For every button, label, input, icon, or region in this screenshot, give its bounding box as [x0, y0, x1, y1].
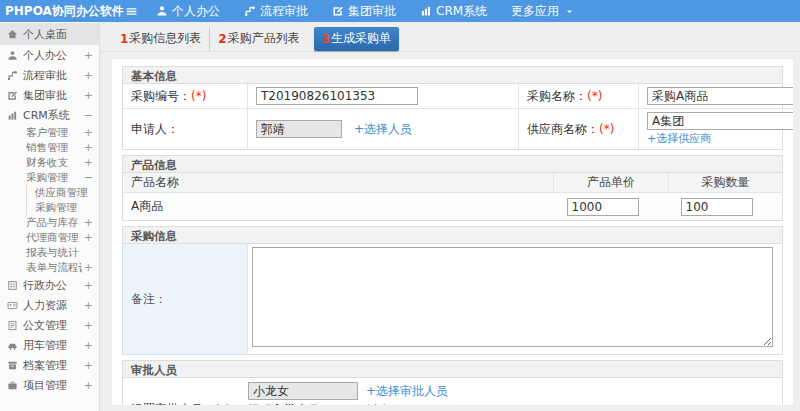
purchase-no-label: 采购编号： (*)	[123, 84, 248, 109]
set-approver-label: 设置审批人员： (*)	[123, 378, 248, 405]
sidebar-item-vehicle-mgmt[interactable]: 用车管理 +	[0, 335, 99, 355]
sidebar-item-hr[interactable]: 人力资源 +	[0, 295, 99, 315]
section-title: 产品信息	[123, 156, 782, 173]
sidebar-item-purchase-mgmt[interactable]: 采购管理 −	[0, 170, 99, 185]
car-icon	[7, 340, 23, 351]
flow-icon	[244, 5, 256, 17]
edit-icon	[7, 90, 23, 101]
section-purchase-info: 采购信息 备注：	[122, 226, 783, 355]
section-approval: 审批人员 设置审批人员： (*) +选择审批人员 提醒审批人员：	[122, 360, 783, 405]
sidebar-item-document-mgmt[interactable]: 公文管理 +	[0, 315, 99, 335]
sidebar: 个人桌面 个人办公 + 流程审批 + 集团审批 + CRM系统 − 客户管理 +	[0, 22, 100, 411]
purchase-no-cell	[248, 84, 519, 109]
nav-crm-system[interactable]: CRM系统	[408, 0, 499, 22]
col-product-name: 产品名称	[123, 173, 554, 193]
main-content: 1 采购信息列表 2 采购产品列表 3 生成采购单 基本信息 采购编号： (*)	[100, 22, 800, 411]
sidebar-item-customer-mgmt[interactable]: 客户管理 +	[0, 125, 99, 140]
sidebar-item-admin-office[interactable]: 行政办公 +	[0, 275, 99, 295]
tab-purchase-info-list[interactable]: 1 采购信息列表	[112, 27, 210, 51]
id-card-icon	[7, 300, 23, 311]
remark-cell	[248, 244, 782, 354]
required-mark: (*)	[599, 122, 614, 136]
sidebar-item-personal-office[interactable]: 个人办公 +	[0, 45, 99, 65]
building-icon	[7, 280, 23, 291]
select-person-link[interactable]: +选择人员	[354, 121, 412, 138]
purchase-name-label: 采购名称： (*)	[519, 84, 639, 109]
section-product-info: 产品信息 产品名称 产品单价 采购数量 A商品	[122, 155, 783, 221]
approval-cell: +选择审批人员 提醒审批人员： 短消息提示 注：流程第一步审批人员，这里选择你的…	[248, 378, 782, 405]
sidebar-item-archive-mgmt[interactable]: 档案管理 +	[0, 355, 99, 375]
applicant-cell: +选择人员	[248, 109, 519, 149]
product-price-cell	[554, 193, 669, 220]
supplier-label: 供应商名称： (*)	[519, 109, 639, 149]
archive-icon	[7, 360, 23, 371]
sidebar-item-finance[interactable]: 财务收支 +	[0, 155, 99, 170]
chart-icon	[420, 5, 432, 17]
flow-icon	[7, 70, 23, 81]
sidebar-item-product-inventory[interactable]: 产品与库存 +	[0, 215, 99, 230]
form-panel: 基本信息 采购编号： (*) 采购名称： (*)	[112, 59, 793, 405]
purchase-qty-cell	[669, 193, 782, 220]
sms-remind-label: 短消息提示	[355, 402, 415, 405]
nav-more-apps[interactable]: 更多应用	[499, 0, 586, 22]
purchase-name-cell	[639, 84, 793, 109]
top-bar: PHPOA协同办公软件 个人办公 流程审批 集团审批 CRM系统 更多应用	[0, 0, 800, 22]
select-supplier-link[interactable]: +选择供应商	[647, 131, 793, 146]
sidebar-item-reports[interactable]: 报表与统计	[0, 245, 99, 260]
home-icon	[7, 29, 23, 40]
col-product-price: 产品单价	[554, 173, 669, 193]
top-nav: 个人办公 流程审批 集团审批 CRM系统 更多应用	[144, 0, 586, 22]
edit-icon	[332, 5, 344, 17]
section-basic-info: 基本信息 采购编号： (*) 采购名称： (*)	[122, 66, 783, 150]
tab-strip: 1 采购信息列表 2 采购产品列表 3 生成采购单	[100, 22, 800, 52]
person-icon	[7, 50, 23, 61]
applicant-input[interactable]	[256, 120, 342, 138]
briefcase-icon	[7, 380, 23, 391]
product-price-input[interactable]	[567, 198, 639, 216]
sidebar-item-personal-desktop[interactable]: 个人桌面	[0, 23, 99, 45]
person-icon	[156, 5, 168, 17]
tab-purchase-product-list[interactable]: 2 采购产品列表	[210, 27, 307, 51]
menu-toggle-icon[interactable]	[118, 5, 144, 18]
remark-label: 备注：	[123, 244, 248, 354]
remind-approver-label: 提醒审批人员：	[248, 402, 332, 405]
required-mark: (*)	[587, 89, 602, 103]
document-icon	[7, 320, 23, 331]
section-title: 审批人员	[123, 361, 782, 378]
sidebar-item-sales-mgmt[interactable]: 销售管理 +	[0, 140, 99, 155]
purchase-no-input[interactable]	[256, 87, 418, 105]
tab-generate-purchase-order[interactable]: 3 生成采购单	[314, 27, 399, 51]
app-logo: PHPOA协同办公软件	[0, 3, 118, 20]
purchase-qty-input[interactable]	[681, 198, 753, 216]
caret-down-icon	[565, 7, 574, 16]
product-name-cell: A商品	[123, 193, 554, 220]
applicant-label: 申请人：	[123, 109, 248, 149]
remark-textarea[interactable]	[252, 247, 773, 347]
sidebar-item-group-approval[interactable]: 集团审批 +	[0, 85, 99, 105]
sidebar-item-purchase-mgmt-sub[interactable]: 采购管理	[27, 200, 99, 215]
sidebar-item-agent-mgmt[interactable]: 代理商管理 +	[0, 230, 99, 245]
supplier-input[interactable]	[647, 112, 793, 130]
sidebar-item-crm-system[interactable]: CRM系统 −	[0, 105, 99, 125]
nav-workflow-approval[interactable]: 流程审批	[232, 0, 320, 22]
nav-group-approval[interactable]: 集团审批	[320, 0, 408, 22]
approver-input[interactable]	[248, 382, 358, 400]
col-purchase-qty: 采购数量	[669, 173, 782, 193]
sidebar-item-project-mgmt[interactable]: 项目管理 +	[0, 375, 99, 395]
sms-remind-checkbox[interactable]	[339, 405, 351, 406]
sidebar-item-form-flow-settings[interactable]: 表单与流程设置 +	[0, 260, 99, 275]
section-title: 采购信息	[123, 227, 782, 244]
purchase-submenu: 供应商管理 采购管理	[26, 185, 99, 215]
sidebar-item-supplier-mgmt[interactable]: 供应商管理	[27, 185, 99, 200]
purchase-name-input[interactable]	[647, 87, 793, 105]
select-approver-link[interactable]: +选择审批人员	[366, 383, 448, 400]
sidebar-item-workflow-approval[interactable]: 流程审批 +	[0, 65, 99, 85]
supplier-cell: +选择供应商	[639, 109, 793, 149]
section-title: 基本信息	[123, 67, 782, 84]
chart-icon	[7, 110, 23, 121]
required-mark: (*)	[215, 403, 230, 406]
nav-personal-office[interactable]: 个人办公	[144, 0, 232, 22]
required-mark: (*)	[191, 89, 206, 103]
